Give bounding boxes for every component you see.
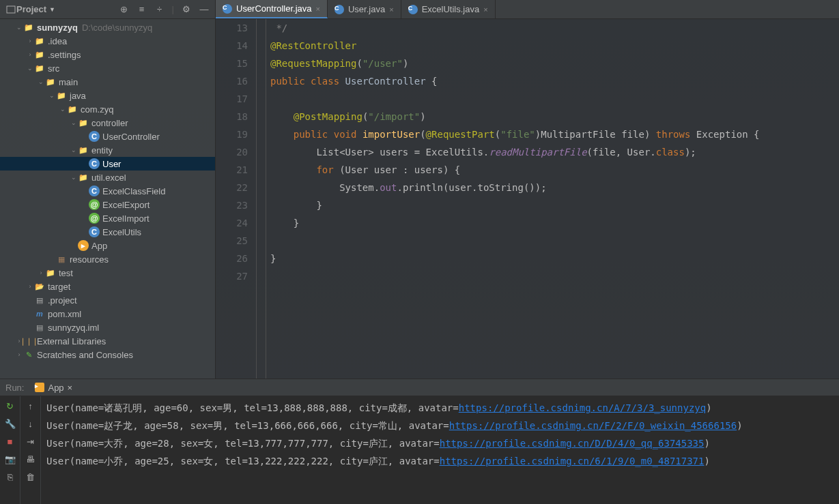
- tree-item-src[interactable]: ⌄📁src: [0, 61, 215, 75]
- expand-icon[interactable]: ≡: [137, 4, 147, 15]
- tree-item-pom-xml[interactable]: mpom.xml: [0, 307, 215, 321]
- tree-item-java[interactable]: ⌄📁java: [0, 89, 215, 102]
- tree-item-test[interactable]: ›📁test: [0, 266, 215, 280]
- chevron-down-icon[interactable]: ▼: [49, 6, 55, 13]
- run-panel-header: Run: ▸ App ×: [0, 379, 839, 396]
- tab-user-java[interactable]: CUser.java×: [328, 0, 401, 18]
- code-editor[interactable]: 131415161718192021222324252627 */@RestCo…: [216, 19, 839, 379]
- tree-item-scratches-and-consoles[interactable]: ›✎Scratches and Consoles: [0, 348, 215, 361]
- tree-item-excelexport[interactable]: @ExcelExport: [0, 198, 215, 211]
- delete-icon[interactable]: 🗑: [25, 471, 36, 482]
- svg-rect-0: [7, 6, 15, 13]
- tree-item-excelclassfield[interactable]: CExcelClassField: [0, 184, 215, 198]
- tree-item-entity[interactable]: ⌄📁entity: [0, 143, 215, 157]
- tab-usercontroller-java[interactable]: CUserController.java×: [216, 0, 328, 18]
- editor-tabs: CUserController.java×CUser.java×CExcelUt…: [216, 0, 839, 19]
- close-icon[interactable]: ×: [68, 383, 73, 393]
- locate-icon[interactable]: ⊕: [119, 4, 130, 15]
- run-label: Run:: [5, 383, 24, 393]
- collapse-icon[interactable]: ÷: [154, 4, 165, 15]
- project-icon: [5, 4, 16, 15]
- camera-icon[interactable]: 📷: [5, 454, 16, 464]
- up-icon[interactable]: ↑: [25, 400, 36, 411]
- console-link[interactable]: https://profile.csdnimg.cn/A/7/3/3_sunny…: [459, 402, 706, 413]
- tree-item--settings[interactable]: ›📁.settings: [0, 48, 215, 61]
- tree-item-usercontroller[interactable]: CUserController: [0, 130, 215, 143]
- tree-item-app[interactable]: ▸App: [0, 239, 215, 252]
- tree-item-com-zyq[interactable]: ⌄📁com.zyq: [0, 102, 215, 116]
- console-link[interactable]: https://profile.csdnimg.cn/F/2/F/0_weixi…: [449, 420, 737, 431]
- close-icon[interactable]: ×: [316, 5, 320, 13]
- tree-item-controller[interactable]: ⌄📁controller: [0, 116, 215, 130]
- tree-item-excelimport[interactable]: @ExcelImport: [0, 211, 215, 225]
- tree-item-user[interactable]: CUser: [0, 157, 215, 171]
- console-output[interactable]: User(name=诸葛孔明, age=60, sex=男, tel=13,88…: [41, 396, 839, 504]
- wrench-icon[interactable]: 🔧: [5, 418, 16, 429]
- gear-icon[interactable]: ⚙: [181, 4, 192, 15]
- tree-item-target[interactable]: ›📂target: [0, 280, 215, 293]
- tree-item-util-excel[interactable]: ⌄📁util.excel: [0, 171, 215, 184]
- wrap-icon[interactable]: ⇥: [25, 436, 36, 447]
- exit-icon[interactable]: ⎘: [5, 471, 16, 482]
- project-tree[interactable]: ⌄📁sunnyzyqD:\code\sunnyzyq›📁.idea›📁.sett…: [0, 19, 215, 379]
- tree-item-external-libraries[interactable]: ›❘❘❘External Libraries: [0, 334, 215, 348]
- console-link[interactable]: https://profile.csdnimg.cn/6/1/9/0_m0_48…: [440, 456, 705, 466]
- tree-item-sunnyzyq[interactable]: ⌄📁sunnyzyqD:\code\sunnyzyq: [0, 20, 215, 34]
- stop-icon[interactable]: ■: [5, 436, 16, 447]
- down-icon[interactable]: ↓: [25, 418, 36, 429]
- rerun-icon[interactable]: ↻: [5, 400, 16, 411]
- hide-icon[interactable]: —: [199, 4, 210, 15]
- tree-item-main[interactable]: ⌄📁main: [0, 75, 215, 89]
- project-pane-title[interactable]: Project: [16, 4, 46, 14]
- project-pane-header: Project ▼ ⊕ ≡ ÷ | ⚙ —: [0, 0, 215, 19]
- tab-excelutils-java[interactable]: CExcelUtils.java×: [401, 0, 496, 18]
- run-config-tab[interactable]: ▸ App ×: [31, 381, 76, 394]
- tree-item--idea[interactable]: ›📁.idea: [0, 34, 215, 48]
- close-icon[interactable]: ×: [483, 5, 487, 14]
- tree-item-sunnyzyq-iml[interactable]: ▤sunnyzyq.iml: [0, 321, 215, 334]
- console-link[interactable]: https://profile.csdnimg.cn/D/D/4/0_qq_63…: [440, 438, 705, 449]
- tree-item-resources[interactable]: ▦resources: [0, 252, 215, 266]
- tree-item-excelutils[interactable]: CExcelUtils: [0, 225, 215, 239]
- tree-item--project[interactable]: ▤.project: [0, 293, 215, 307]
- print-icon[interactable]: 🖶: [25, 454, 36, 464]
- close-icon[interactable]: ×: [389, 5, 393, 14]
